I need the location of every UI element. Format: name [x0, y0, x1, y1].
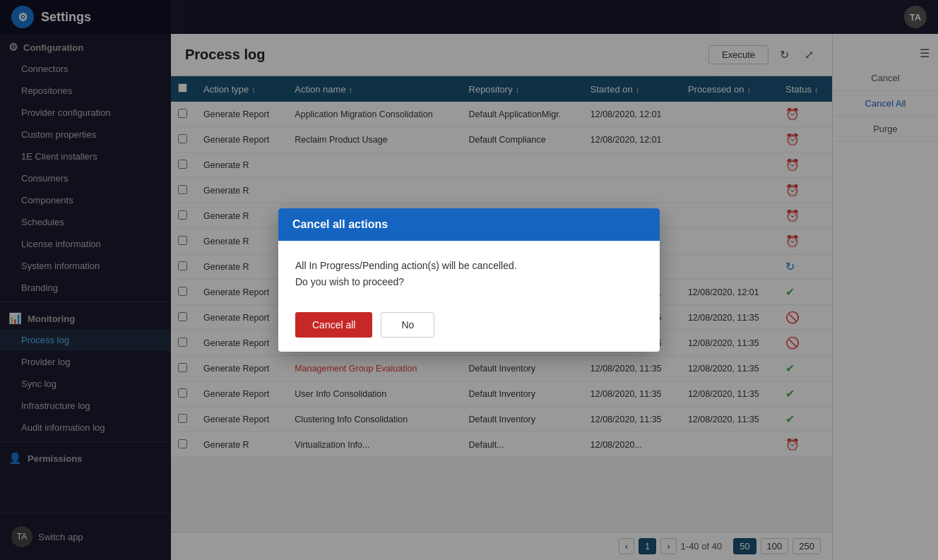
modal-body-line2: Do you wish to proceed?	[295, 274, 643, 290]
modal-overlay: Cancel all actions All In Progress/Pendi…	[0, 0, 938, 560]
cancel-all-modal: Cancel all actions All In Progress/Pendi…	[278, 208, 660, 352]
modal-title: Cancel all actions	[292, 218, 388, 230]
modal-cancel-all-button[interactable]: Cancel all	[295, 312, 372, 338]
modal-no-button[interactable]: No	[381, 312, 434, 338]
modal-body-line1: All In Progress/Pending action(s) will b…	[295, 258, 643, 273]
modal-footer: Cancel all No	[278, 304, 660, 352]
modal-body: All In Progress/Pending action(s) will b…	[278, 241, 660, 304]
modal-header: Cancel all actions	[278, 208, 660, 241]
